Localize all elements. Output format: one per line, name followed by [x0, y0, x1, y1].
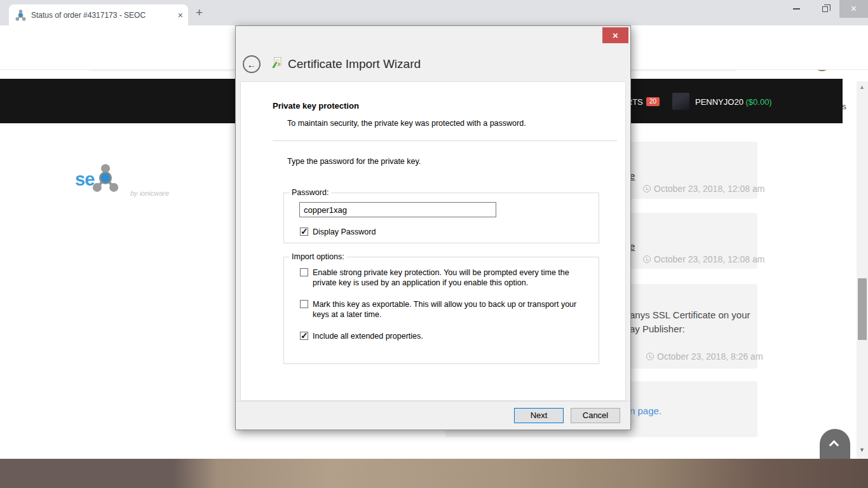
extended-properties-option[interactable]: Include all extended properties. — [300, 331, 589, 341]
tab-close-icon[interactable]: × — [178, 10, 183, 20]
clock-icon — [646, 353, 654, 360]
clock-icon — [643, 185, 651, 193]
exportable-key-label: Mark this key as exportable. This will a… — [313, 299, 589, 320]
password-instruction: Type the password for the private key. — [287, 157, 421, 166]
display-password-row[interactable]: Display Password — [300, 227, 589, 237]
logo-suffix: clerks — [117, 169, 166, 190]
logo-prefix: se — [75, 169, 94, 190]
card3-line1: anys SSL Certificate on your — [630, 309, 750, 320]
card3-line2: ay Publisher: — [630, 323, 685, 334]
next-button[interactable]: Next — [514, 408, 564, 423]
page-heading: Private key protection — [273, 101, 359, 111]
window-close-button[interactable]: × — [839, 0, 868, 18]
taskbar: Pro PHOTOSCAPE W — [0, 459, 868, 488]
tab-title: Status of order #4317173 - SEOC — [31, 11, 175, 20]
wizard-page: Private key protection To maintain secur… — [240, 81, 626, 401]
display-password-label: Display Password — [313, 227, 376, 237]
clock-icon — [643, 255, 651, 263]
username-balance[interactable]: PENNYJO20 ($0.00) — [695, 97, 772, 107]
import-options-groupbox: Import options: Enable strong private ke… — [283, 257, 599, 364]
alerts-count-badge[interactable]: 20 — [646, 97, 660, 106]
strong-protection-option[interactable]: Enable strong private key protection. Yo… — [300, 268, 589, 288]
scrollbar-down-arrow[interactable]: ▼ — [859, 447, 865, 453]
scrollbar-thumb[interactable] — [858, 278, 867, 340]
import-options-label: Import options: — [289, 252, 347, 261]
card2-timestamp: October 23, 2018, 12:08 am — [643, 254, 764, 264]
logo-registered-mark: ® — [168, 170, 172, 176]
username: PENNYJO20 — [695, 97, 743, 107]
logo-molecule-icon — [92, 163, 119, 195]
dialog-footer: Next Cancel — [236, 401, 630, 430]
cancel-button[interactable]: Cancel — [571, 408, 620, 423]
user-avatar[interactable] — [672, 93, 689, 110]
heading-divider — [273, 140, 617, 141]
card3-timestamp: October 23, 2018, 8:26 am — [646, 351, 763, 362]
exportable-key-checkbox[interactable] — [300, 300, 308, 308]
password-input[interactable] — [299, 202, 496, 217]
scroll-to-top-button[interactable] — [820, 429, 850, 459]
strong-protection-label: Enable strong private key protection. Yo… — [313, 268, 589, 288]
chevron-up-icon — [829, 440, 839, 451]
dialog-title: Certificate Import Wizard — [288, 57, 421, 71]
password-groupbox: Password: Display Password — [283, 193, 599, 243]
extended-properties-label: Include all extended properties. — [313, 331, 423, 341]
browser-tab-strip: Status of order #4317173 - SEOC × + × — [0, 0, 868, 25]
card4-partial-link[interactable]: n page. — [630, 405, 661, 416]
password-group-label: Password: — [289, 188, 331, 197]
minimize-icon — [793, 8, 800, 10]
dialog-close-button[interactable]: × — [602, 27, 628, 43]
strong-protection-checkbox[interactable] — [300, 268, 308, 276]
display-password-checkbox[interactable] — [300, 227, 308, 236]
extended-properties-checkbox[interactable] — [300, 332, 308, 340]
dialog-back-button[interactable]: ← — [243, 55, 261, 73]
scrollbar-up-arrow[interactable]: ▲ — [859, 84, 865, 90]
certificate-icon — [271, 57, 283, 70]
card1-timestamp: October 23, 2018, 12:08 am — [643, 184, 764, 194]
seoclerks-favicon-icon — [15, 10, 26, 21]
close-icon: × — [851, 4, 857, 14]
page-scrollbar[interactable] — [857, 81, 868, 459]
balance: ($0.00) — [746, 97, 772, 107]
certificate-import-wizard-dialog: × ← Certificate Import Wizard Private ke… — [235, 25, 631, 430]
restore-icon — [822, 6, 828, 12]
browser-tab[interactable]: Status of order #4317173 - SEOC × — [9, 4, 188, 25]
window-minimize-button[interactable] — [782, 0, 811, 18]
logo-tagline: by ionicware — [130, 189, 169, 197]
page-subheading: To maintain security, the private key wa… — [287, 119, 526, 128]
new-tab-button[interactable]: + — [196, 6, 203, 20]
exportable-key-option[interactable]: Mark this key as exportable. This will a… — [300, 299, 589, 320]
window-restore-button[interactable] — [811, 0, 839, 18]
desktop-screen: Status of order #4317173 - SEOC × + × ← … — [0, 0, 868, 488]
